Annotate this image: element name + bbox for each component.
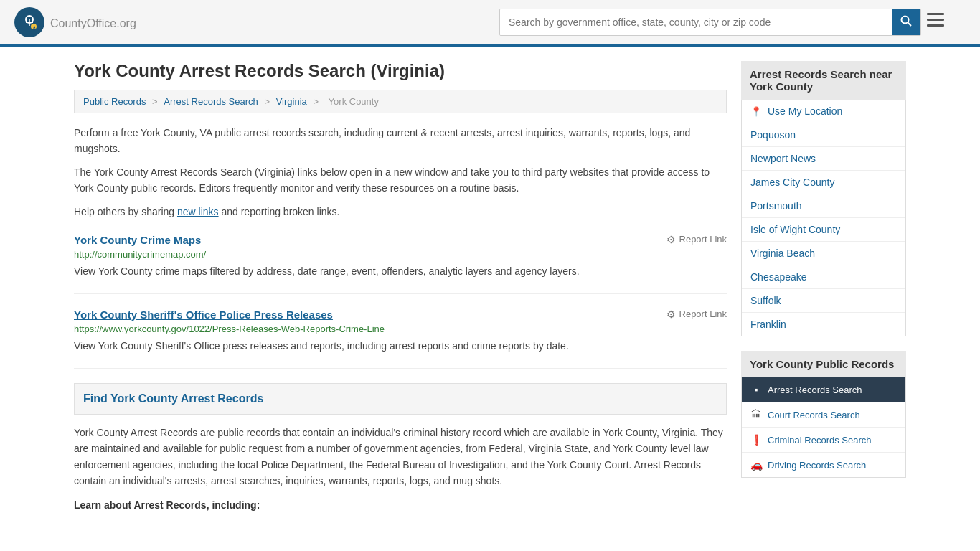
breadcrumb: Public Records > Arrest Records Search >…	[74, 90, 727, 113]
svg-line-7	[908, 23, 912, 27]
resource-title-2[interactable]: York County Sheriff's Office Police Pres…	[74, 309, 333, 321]
sidebar-public-records-section: York County Public Records ▪ Arrest Reco…	[741, 351, 906, 478]
breadcrumb-sep-1: >	[152, 96, 160, 107]
resource-url-1[interactable]: http://communitycrimemap.com/	[74, 249, 727, 260]
criminal-records-label: Criminal Records Search	[768, 435, 872, 446]
nearby-suffolk-link[interactable]: Suffolk	[742, 289, 905, 312]
criminal-records-link[interactable]: ❗ Criminal Records Search	[742, 428, 905, 452]
james-city-label: James City County	[750, 176, 834, 188]
report-icon-1: ⚙	[666, 234, 676, 245]
resource-desc-2: View York County Sheriff's Office press …	[74, 339, 727, 354]
court-records-label: Court Records Search	[768, 410, 860, 420]
nearby-chesapeake-link[interactable]: Chesapeake	[742, 265, 905, 288]
svg-rect-9	[927, 19, 944, 21]
sidebar: Arrest Records Search near York County 📍…	[741, 61, 906, 511]
sidebar-newport-news[interactable]: Newport News	[742, 147, 905, 171]
report-link-2[interactable]: ⚙ Report Link	[666, 309, 727, 320]
content-area: York County Arrest Records Search (Virgi…	[74, 61, 727, 511]
breadcrumb-arrest-records[interactable]: Arrest Records Search	[164, 96, 258, 107]
intro-paragraph-3: Help others by sharing new links and rep…	[74, 204, 727, 220]
use-location-label: Use My Location	[768, 105, 842, 117]
sidebar-suffolk[interactable]: Suffolk	[742, 289, 905, 313]
hamburger-menu-button[interactable]	[927, 13, 944, 32]
sidebar-driving-records-item[interactable]: 🚗 Driving Records Search	[742, 453, 905, 477]
use-location-link[interactable]: 📍 Use My Location	[742, 100, 905, 123]
sidebar-virginia-beach[interactable]: Virginia Beach	[742, 242, 905, 265]
learn-title: Learn about Arrest Records, including:	[74, 499, 727, 511]
resource-desc-1: View York County crime maps filtered by …	[74, 264, 727, 279]
main-container: York County Arrest Records Search (Virgi…	[60, 47, 920, 525]
location-pin-icon: 📍	[750, 106, 762, 117]
sidebar-arrest-records-item[interactable]: ▪ Arrest Records Search	[742, 377, 905, 402]
sidebar-public-records-list: ▪ Arrest Records Search 🏛 Court Records …	[741, 377, 906, 478]
virginia-beach-label: Virginia Beach	[750, 248, 815, 259]
search-input[interactable]	[500, 9, 892, 35]
svg-point-6	[902, 17, 909, 24]
nearby-poquoson-link[interactable]: Poquoson	[742, 123, 905, 146]
search-button[interactable]	[892, 9, 920, 35]
arrest-records-icon: ▪	[750, 384, 762, 395]
franklin-label: Franklin	[750, 319, 786, 330]
resource-header-1: York County Crime Maps ⚙ Report Link	[74, 234, 727, 246]
find-section-heading: Find York County Arrest Records	[83, 392, 717, 405]
search-bar	[499, 9, 921, 36]
breadcrumb-virginia[interactable]: Virginia	[276, 96, 307, 107]
sidebar-isle-wight[interactable]: Isle of Wight County	[742, 218, 905, 242]
nearby-virginia-beach-link[interactable]: Virginia Beach	[742, 242, 905, 265]
nearby-newport-news-link[interactable]: Newport News	[742, 147, 905, 170]
intro-paragraph-1: Perform a free York County, VA public ar…	[74, 125, 727, 157]
sidebar-nearby-heading: Arrest Records Search near York County	[741, 61, 906, 100]
resource-header-2: York County Sheriff's Office Police Pres…	[74, 309, 727, 321]
logo-icon: ★	[14, 7, 44, 37]
sidebar-nearby-list: 📍 Use My Location Poquoson Newport News	[741, 100, 906, 336]
chesapeake-label: Chesapeake	[750, 271, 807, 283]
page-title: York County Arrest Records Search (Virgi…	[74, 61, 727, 81]
svg-rect-8	[927, 13, 944, 15]
portsmouth-label: Portsmouth	[750, 200, 802, 212]
find-section: Find York County Arrest Records	[74, 383, 727, 415]
header: ★ CountyOffice.org	[0, 0, 980, 47]
breadcrumb-public-records[interactable]: Public Records	[83, 96, 146, 107]
sidebar-chesapeake[interactable]: Chesapeake	[742, 265, 905, 289]
sidebar-criminal-records-item[interactable]: ❗ Criminal Records Search	[742, 428, 905, 453]
new-links-link[interactable]: new links	[177, 206, 219, 217]
resource-title-1[interactable]: York County Crime Maps	[74, 234, 201, 246]
intro3-pre: Help others by sharing	[74, 206, 177, 217]
arrest-records-label: Arrest Records Search	[768, 385, 862, 395]
sidebar-nearby-section: Arrest Records Search near York County 📍…	[741, 61, 906, 336]
search-area	[499, 9, 944, 36]
sidebar-portsmouth[interactable]: Portsmouth	[742, 194, 905, 218]
sidebar-franklin[interactable]: Franklin	[742, 313, 905, 336]
report-link-1[interactable]: ⚙ Report Link	[666, 234, 727, 245]
breadcrumb-sep-2: >	[264, 96, 272, 107]
sidebar-public-records-heading: York County Public Records	[741, 351, 906, 377]
report-label-2: Report Link	[679, 309, 727, 319]
driving-records-label: Driving Records Search	[768, 460, 866, 471]
driving-records-link[interactable]: 🚗 Driving Records Search	[742, 453, 905, 477]
resource-item-1: York County Crime Maps ⚙ Report Link htt…	[74, 234, 727, 294]
find-section-desc: York County Arrest Records are public re…	[74, 425, 727, 489]
resource-item-2: York County Sheriff's Office Police Pres…	[74, 309, 727, 369]
breadcrumb-york-county: York County	[329, 96, 379, 107]
nearby-franklin-link[interactable]: Franklin	[742, 313, 905, 336]
intro-paragraph-2: The York County Arrest Records Search (V…	[74, 164, 727, 197]
sidebar-james-city[interactable]: James City County	[742, 171, 905, 194]
sidebar-poquoson[interactable]: Poquoson	[742, 123, 905, 147]
nearby-isle-wight-link[interactable]: Isle of Wight County	[742, 218, 905, 241]
court-records-link[interactable]: 🏛 Court Records Search	[742, 402, 905, 427]
report-label-1: Report Link	[679, 234, 727, 245]
logo-area: ★ CountyOffice.org	[14, 7, 136, 37]
intro3-post: and reporting broken links.	[219, 206, 340, 217]
logo-text: CountyOffice.org	[50, 14, 136, 31]
arrest-records-link[interactable]: ▪ Arrest Records Search	[742, 377, 905, 402]
sidebar-court-records-item[interactable]: 🏛 Court Records Search	[742, 402, 905, 428]
breadcrumb-sep-3: >	[313, 96, 321, 107]
nearby-portsmouth-link[interactable]: Portsmouth	[742, 194, 905, 217]
newport-news-label: Newport News	[750, 153, 816, 164]
resource-url-2[interactable]: https://www.yorkcounty.gov/1022/Press-Re…	[74, 324, 727, 334]
nearby-james-city-link[interactable]: James City County	[742, 171, 905, 194]
sidebar-use-location[interactable]: 📍 Use My Location	[742, 100, 905, 123]
court-records-icon: 🏛	[750, 409, 762, 420]
svg-rect-10	[927, 24, 944, 27]
driving-records-icon: 🚗	[750, 459, 762, 471]
